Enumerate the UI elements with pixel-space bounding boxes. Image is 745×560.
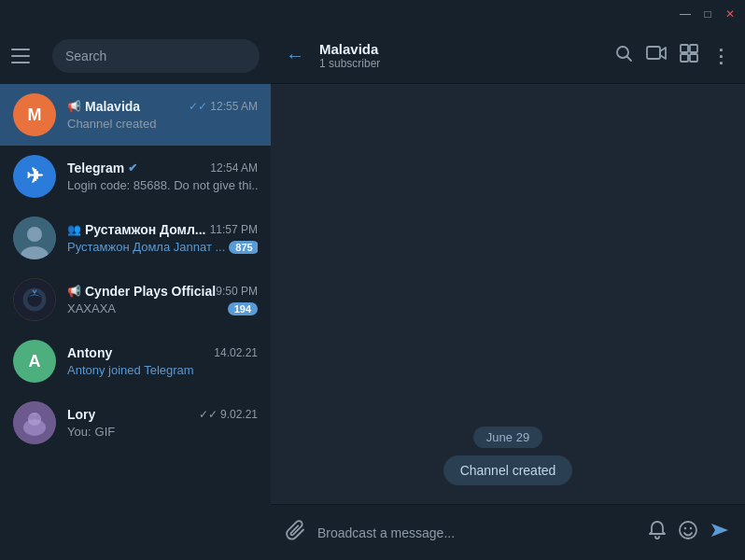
- layout-button[interactable]: [680, 44, 698, 67]
- title-bar: — □ ✕: [0, 0, 745, 28]
- avatar-lory: [13, 401, 56, 444]
- chat-time-telegram: 12:54 AM: [210, 161, 258, 175]
- svg-line-12: [627, 57, 632, 62]
- attach-button[interactable]: [286, 520, 306, 545]
- group-icon: 👥: [67, 223, 81, 236]
- svg-point-1: [27, 227, 42, 242]
- chat-header-name: Malavida: [319, 41, 603, 57]
- chat-info-lory: Lory ✓✓ 9.02.21 You: GIF: [67, 407, 258, 439]
- chat-name-lory: Lory: [67, 407, 95, 422]
- chat-top-rustamjon: 👥 Рустамжон Домл... 11:57 PM: [67, 222, 258, 237]
- chat-preview-telegram: Login code: 85688. Do not give thi...: [67, 178, 258, 192]
- chat-preview-lory: You: GIF: [67, 425, 258, 439]
- date-badge: June 29: [473, 427, 542, 448]
- send-button[interactable]: [710, 520, 730, 546]
- chat-item-lory[interactable]: Lory ✓✓ 9.02.21 You: GIF: [0, 392, 271, 454]
- chat-name-cynder: 📢 Cynder Plays Official: [67, 284, 216, 299]
- svg-point-10: [35, 414, 40, 420]
- chat-header-actions: ⋮: [614, 44, 730, 67]
- chat-info-malavida: 📢 Malavida ✓✓ 12:55 AM Channel created: [67, 99, 258, 131]
- chat-name-telegram: Telegram ✔: [67, 161, 137, 175]
- chat-list: M 📢 Malavida ✓✓ 12:55 AM Channel crea: [0, 84, 271, 560]
- verified-icon: ✔: [128, 161, 137, 175]
- sidebar-header: [0, 28, 271, 84]
- chat-header-subtitle: 1 subscriber: [319, 57, 603, 70]
- unread-badge-rustamjon: 875: [229, 241, 258, 254]
- svg-rect-13: [647, 47, 660, 59]
- chat-info-cynder: 📢 Cynder Plays Official 9:50 PM ХАХАХА 1…: [67, 284, 258, 315]
- chat-item-rustamjon[interactable]: 👥 Рустамжон Домл... 11:57 PM Рустамжон Д…: [0, 207, 271, 269]
- main-layout: M 📢 Malavida ✓✓ 12:55 AM Channel crea: [0, 28, 745, 560]
- chat-item-malavida[interactable]: M 📢 Malavida ✓✓ 12:55 AM Channel crea: [0, 84, 271, 146]
- back-button[interactable]: ←: [286, 45, 304, 66]
- chat-top-lory: Lory ✓✓ 9.02.21: [67, 407, 258, 422]
- chat-time-malavida: ✓✓ 12:55 AM: [189, 100, 258, 113]
- chat-top-telegram: Telegram ✔ 12:54 AM: [67, 161, 258, 175]
- avatar-antony: A: [13, 340, 56, 383]
- avatar-cynder: [13, 278, 56, 321]
- chat-top-malavida: 📢 Malavida ✓✓ 12:55 AM: [67, 99, 258, 114]
- chat-time-lory: ✓✓ 9.02.21: [199, 408, 258, 421]
- unread-badge-cynder: 194: [228, 302, 258, 315]
- svg-point-9: [29, 414, 35, 420]
- system-message: Channel created: [443, 455, 573, 485]
- svg-rect-15: [690, 45, 697, 52]
- more-options-button[interactable]: ⋮: [711, 45, 730, 67]
- chat-top-antony: Antony 14.02.21: [67, 345, 258, 360]
- search-button[interactable]: [614, 44, 633, 67]
- sidebar: M 📢 Malavida ✓✓ 12:55 AM Channel crea: [0, 28, 271, 560]
- megaphone-icon: 📢: [67, 100, 81, 113]
- search-input[interactable]: [65, 49, 246, 63]
- chat-name-malavida: 📢 Malavida: [67, 99, 140, 114]
- chat-name-antony: Antony: [67, 345, 112, 360]
- chat-area: ← Malavida 1 subscriber: [271, 28, 745, 560]
- chat-info-antony: Antony 14.02.21 Antony joined Telegram: [67, 345, 258, 377]
- chat-time-antony: 14.02.21: [214, 346, 258, 359]
- chat-preview-antony: Antony joined Telegram: [67, 363, 258, 377]
- avatar-telegram: ✈: [13, 155, 56, 198]
- chat-top-cynder: 📢 Cynder Plays Official 9:50 PM: [67, 284, 258, 299]
- svg-point-19: [684, 527, 686, 529]
- emoji-button[interactable]: [678, 520, 698, 545]
- minimize-button[interactable]: —: [678, 7, 693, 21]
- notification-button[interactable]: [648, 520, 667, 545]
- chat-preview-rustamjon: Рустамжон Домла Jannат ... 875: [67, 240, 258, 254]
- hamburger-button[interactable]: [11, 41, 41, 71]
- read-check-icon: ✓✓: [189, 100, 207, 113]
- svg-rect-17: [690, 54, 697, 62]
- close-button[interactable]: ✕: [723, 7, 738, 21]
- chat-time-rustamjon: 11:57 PM: [210, 223, 258, 236]
- chat-info-telegram: Telegram ✔ 12:54 AM Login code: 85688. D…: [67, 161, 258, 192]
- svg-rect-14: [681, 45, 688, 52]
- chat-header-info: Malavida 1 subscriber: [319, 41, 603, 70]
- messages-area: June 29 Channel created: [271, 84, 745, 504]
- search-box[interactable]: [52, 39, 260, 73]
- chat-item-antony[interactable]: A Antony 14.02.21 Antony joined Telegram: [0, 330, 271, 392]
- message-input[interactable]: [317, 525, 637, 540]
- maximize-button[interactable]: □: [700, 7, 715, 21]
- chat-header: ← Malavida 1 subscriber: [271, 28, 745, 84]
- chat-time-cynder: 9:50 PM: [216, 285, 258, 298]
- svg-rect-16: [681, 54, 688, 62]
- avatar-rustamjon: [13, 217, 56, 259]
- video-call-button[interactable]: [646, 45, 667, 66]
- svg-point-20: [690, 527, 692, 529]
- chat-name-rustamjon: 👥 Рустамжон Домл...: [67, 222, 205, 237]
- chat-item-cynder[interactable]: 📢 Cynder Plays Official 9:50 PM ХАХАХА 1…: [0, 269, 271, 330]
- chat-preview-malavida: Channel created: [67, 117, 258, 131]
- avatar-malavida: M: [13, 93, 56, 136]
- input-bar: [271, 504, 745, 560]
- read-check-icon-lory: ✓✓: [199, 408, 218, 421]
- chat-preview-cynder: ХАХАХА 194: [67, 301, 258, 315]
- chat-info-rustamjon: 👥 Рустамжон Домл... 11:57 PM Рустамжон Д…: [67, 222, 258, 254]
- chat-item-telegram[interactable]: ✈ Telegram ✔ 12:54 AM Login code: 85688.…: [0, 146, 271, 207]
- megaphone-icon-cynder: 📢: [67, 285, 81, 298]
